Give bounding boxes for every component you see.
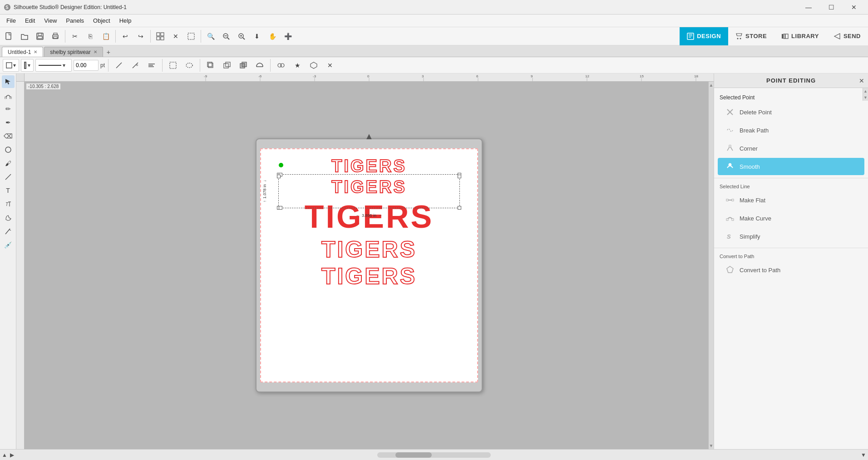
pen-tool[interactable]: ✏: [2, 103, 15, 115]
open-button[interactable]: [17, 29, 32, 44]
simplify-btn[interactable]: S Simplify: [718, 228, 864, 245]
menu-view[interactable]: View: [39, 16, 61, 25]
line-style-btn[interactable]: ▾: [35, 59, 72, 72]
panel-scrollbar[interactable]: ▲ ▼: [863, 88, 868, 101]
3d-btn[interactable]: [306, 58, 321, 73]
scrollbar-thumb[interactable]: [395, 452, 432, 458]
select-all-button[interactable]: [184, 29, 198, 44]
bottom-expand-btn[interactable]: ▶: [10, 452, 14, 458]
undo-button[interactable]: ↩: [118, 29, 133, 44]
bottom-right-btn[interactable]: ▼: [861, 452, 866, 458]
bottom-left-btn[interactable]: ▲: [2, 452, 7, 458]
circle-tool[interactable]: [2, 143, 15, 156]
delete-point-btn[interactable]: Delete Point: [718, 103, 864, 121]
union-btn[interactable]: [252, 58, 267, 73]
copy-button[interactable]: ⎘: [83, 29, 98, 44]
cut-button[interactable]: ✂: [68, 29, 82, 44]
print-button[interactable]: [48, 29, 63, 44]
stroke-color-btn[interactable]: ▾: [21, 59, 34, 72]
tab-untitled1-close[interactable]: ✕: [34, 49, 37, 54]
make-curve-btn[interactable]: Make Curve: [718, 210, 864, 227]
shape-selector[interactable]: ▾: [3, 59, 19, 72]
select-rect-btn[interactable]: [166, 58, 180, 73]
redo-button[interactable]: ↪: [133, 29, 148, 44]
menu-object[interactable]: Object: [89, 16, 115, 25]
align-btn[interactable]: [144, 58, 159, 73]
panel-close-button[interactable]: ✕: [859, 77, 864, 84]
canvas-wrapper[interactable]: -10.305 : 2.628 ▲ TIGERS TIGERS TIGERS: [25, 82, 714, 449]
break-path-label: Break Path: [740, 127, 769, 134]
nav-store-button[interactable]: STORE: [728, 27, 774, 45]
add-tab-button[interactable]: +: [104, 48, 113, 57]
group-button[interactable]: [153, 29, 168, 44]
break-path-btn[interactable]: Break Path: [718, 122, 864, 139]
text-tool[interactable]: T: [2, 184, 15, 197]
select-lasso-btn[interactable]: [182, 58, 197, 73]
new-button[interactable]: [2, 29, 16, 44]
node-tool[interactable]: [2, 89, 15, 102]
ruler-vertical: [16, 82, 25, 449]
eyedropper-tool[interactable]: 💉: [2, 239, 15, 251]
scrollbar-up-arrow[interactable]: ▲: [708, 82, 714, 88]
svg-marker-66: [727, 266, 733, 273]
duplicate-btn[interactable]: [203, 58, 218, 73]
zoom-out-button[interactable]: [219, 29, 233, 44]
eraser-tool[interactable]: ⌫: [2, 130, 15, 142]
convert-to-path-btn[interactable]: Convert to Path: [718, 261, 864, 279]
delete-cut-button[interactable]: ✕: [168, 29, 183, 44]
panel-scroll-up[interactable]: ▲: [863, 88, 868, 94]
text-edit-tool[interactable]: T: [2, 198, 15, 210]
svg-rect-29: [6, 63, 12, 68]
pencil-tool[interactable]: ✒: [2, 116, 15, 129]
smooth-btn[interactable]: Smooth: [718, 158, 864, 175]
tab-shelby-close[interactable]: ✕: [94, 49, 97, 54]
zoom-fit-button[interactable]: [234, 29, 249, 44]
svg-point-46: [281, 64, 284, 67]
combine-btn[interactable]: [274, 58, 288, 73]
canvas-area: -10.305 : 2.628 ▲ TIGERS TIGERS TIGERS: [16, 73, 714, 449]
svg-rect-2: [6, 33, 11, 39]
subtract-btn[interactable]: [220, 58, 234, 73]
menu-panels[interactable]: Panels: [61, 16, 89, 25]
svg-rect-9: [157, 33, 160, 36]
hand-tool-button[interactable]: ✋: [265, 29, 280, 44]
corner-btn[interactable]: Corner: [718, 140, 864, 157]
menu-file[interactable]: File: [2, 16, 20, 25]
knife-tool[interactable]: [2, 225, 15, 238]
corner-label: Corner: [740, 145, 758, 152]
pen-add-btn[interactable]: +: [128, 58, 143, 73]
panel-scroll-down[interactable]: ▼: [863, 94, 868, 101]
zoom-in-button[interactable]: 🔍: [203, 29, 218, 44]
stroke-width-input[interactable]: [74, 60, 99, 71]
close-button[interactable]: ✕: [843, 0, 864, 15]
smooth-icon: [725, 161, 735, 171]
pen-straight-btn[interactable]: [112, 58, 126, 73]
tab-untitled1[interactable]: Untitled-1 ✕: [2, 47, 43, 57]
svg-rect-48: [10, 97, 12, 99]
horizontal-scrollbar[interactable]: [377, 452, 491, 458]
paintbrush-tool[interactable]: 🖌: [2, 157, 15, 170]
mat-arrow: ▲: [365, 131, 374, 142]
favorite-btn[interactable]: ★: [290, 58, 305, 73]
menu-edit[interactable]: Edit: [20, 16, 39, 25]
vertical-scrollbar[interactable]: ▲ ▼: [708, 82, 714, 449]
delete-btn[interactable]: ✕: [323, 58, 337, 73]
nav-send-button[interactable]: SEND: [826, 27, 868, 45]
line-tool[interactable]: [2, 171, 15, 183]
nav-design-button[interactable]: DESIGN: [680, 27, 728, 45]
fill-tool[interactable]: [2, 211, 15, 224]
tab-shelby[interactable]: shelby spiritwear ✕: [44, 47, 103, 57]
intersect-btn[interactable]: [236, 58, 251, 73]
delete-point-icon: [725, 107, 735, 117]
scrollbar-down-arrow[interactable]: ▼: [708, 442, 714, 449]
add-page-button[interactable]: ➕: [281, 29, 295, 44]
paste-button[interactable]: 📋: [99, 29, 113, 44]
nav-library-button[interactable]: LIBRARY: [774, 27, 826, 45]
select-tool[interactable]: [2, 75, 15, 88]
make-flat-btn[interactable]: Make Flat: [718, 191, 864, 209]
minimize-button[interactable]: —: [798, 0, 819, 15]
maximize-button[interactable]: ☐: [821, 0, 842, 15]
menu-help[interactable]: Help: [115, 16, 136, 25]
pan-down-button[interactable]: ⬇: [250, 29, 264, 44]
save-button[interactable]: [33, 29, 47, 44]
